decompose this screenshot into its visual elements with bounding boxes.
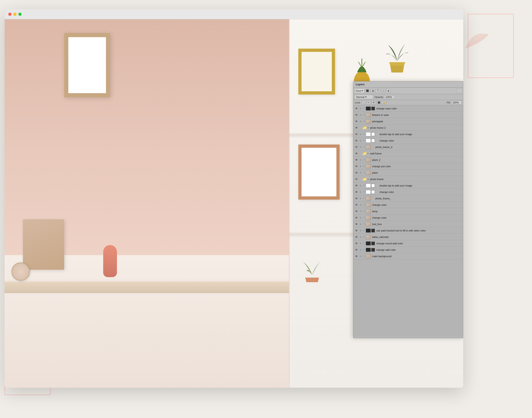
layer-row[interactable]: 👁ℹ🔗photo_frame_ <box>353 195 463 202</box>
layer-visibility-eye[interactable]: 👁 <box>354 190 358 194</box>
group-expand-icon[interactable]: ▸ <box>368 152 369 155</box>
layer-info-icon: ℹ <box>359 133 362 136</box>
filter-type-btn[interactable]: T <box>376 89 380 93</box>
layer-name-text: photo frame <box>369 178 462 181</box>
filter-pixel-btn[interactable]: ⬛ <box>365 89 370 93</box>
layer-visibility-eye[interactable]: 👁 <box>354 119 358 123</box>
layer-link-icon: 🔗 <box>362 114 365 116</box>
kind-dropdown[interactable]: Kind ▾ <box>355 89 364 93</box>
layer-thumbnail <box>366 184 371 188</box>
layer-link-icon: 🔗 <box>362 216 365 219</box>
layer-visibility-eye[interactable]: 👁 <box>354 203 358 207</box>
lock-position-btn[interactable]: ✙ <box>372 101 376 104</box>
lock-pixels-btn[interactable]: ✏ <box>367 101 371 104</box>
layer-row[interactable]: 👁ℹ🔗plant <box>353 170 463 176</box>
layer-link-icon: 🔗 <box>362 242 365 245</box>
layer-visibility-eye[interactable]: 👁 <box>354 145 358 149</box>
lock-artboard-btn[interactable]: ⬛ <box>377 101 381 104</box>
layer-color-square <box>371 229 375 232</box>
layer-info-icon: ℹ <box>359 210 362 213</box>
layer-row[interactable]: 👁📁▾photo frame 2 <box>353 125 463 131</box>
layer-row[interactable]: 👁ℹ🔗lamp <box>353 208 463 214</box>
layer-visibility-eye[interactable]: 👁 <box>354 197 358 200</box>
group-expand-icon[interactable]: ▾ <box>368 178 369 180</box>
lock-transparent-btn[interactable]: ⬚ <box>362 101 366 104</box>
layer-visibility-eye[interactable]: 👁 <box>354 216 358 220</box>
layer-visibility-eye[interactable]: 👁 <box>354 152 358 155</box>
layer-row[interactable]: 👁ℹ🔗change round wall color <box>353 240 463 247</box>
layer-visibility-eye[interactable]: 👁 <box>354 171 358 174</box>
layer-thumbnail <box>366 229 371 233</box>
layer-visibility-eye[interactable]: 👁 <box>354 139 358 142</box>
layer-visibility-eye[interactable]: 👁 <box>354 177 358 181</box>
layer-visibility-eye[interactable]: 👁 <box>354 209 358 213</box>
layer-visibility-eye[interactable]: 👁 <box>354 242 358 245</box>
layer-row[interactable]: 👁ℹ🔗flowers in vase <box>353 112 463 118</box>
opacity-input[interactable]: 100% <box>384 95 395 99</box>
layer-color-square <box>371 184 375 187</box>
layers-list: 👁ℹ🔗change vase color👁ℹ🔗flowers in vase👁ℹ… <box>353 105 463 337</box>
layer-row[interactable]: 👁ℹ🔗tabla_calendar <box>353 234 463 240</box>
layer-row[interactable]: 👁ℹ🔗change color <box>353 214 463 221</box>
layer-visibility-eye[interactable]: 👁 <box>354 107 358 110</box>
layer-visibility-eye[interactable]: 👁 <box>354 158 358 162</box>
layer-row[interactable]: 👁ℹ🔗change vase color <box>353 105 463 112</box>
layer-name-text: plant <box>371 171 462 174</box>
layer-name-text: main background <box>371 255 462 258</box>
layer-link-icon: 🔗 <box>362 210 365 213</box>
layer-row[interactable]: 👁ℹ🔗double tap to add your image <box>353 131 463 138</box>
fill-input[interactable]: 100% <box>451 101 462 104</box>
layer-visibility-eye[interactable]: 👁 <box>354 184 358 187</box>
layer-info-icon: ℹ <box>359 107 362 110</box>
lock-all-btn[interactable]: 🔒 <box>382 101 386 104</box>
layer-icons-group: 🔗 <box>362 171 365 174</box>
minimize-button[interactable] <box>13 13 17 16</box>
group-expand-icon[interactable]: ▾ <box>368 127 369 129</box>
layer-icons-group: 🔗 <box>362 204 365 206</box>
layer-row[interactable]: 👁ℹ🔗plant_2 <box>353 157 463 163</box>
layer-thumbnail <box>366 139 371 143</box>
filter-smart-btn[interactable]: ◈ <box>386 89 391 93</box>
filter-toggle-btn[interactable]: ○ <box>457 89 462 93</box>
layer-row[interactable]: 👁ℹ🔗change color <box>353 202 463 208</box>
layer-icons-group: 🔗 <box>362 248 365 251</box>
layer-link-icon: 🔗 <box>362 223 365 225</box>
notebook-object <box>23 219 64 270</box>
layer-icons-group: 🔗 <box>362 210 365 213</box>
layer-visibility-eye[interactable]: 👁 <box>354 222 358 226</box>
blend-mode-dropdown[interactable]: Normal ▾ <box>355 95 373 99</box>
layer-row[interactable]: 👁ℹ🔗change color <box>353 138 463 144</box>
layer-row[interactable]: 👁ℹ🔗double tap to add your image <box>353 182 463 189</box>
layer-visibility-eye[interactable]: 👁 <box>354 164 358 168</box>
filter-adjust-btn[interactable]: ◑ <box>370 89 375 93</box>
layer-visibility-eye[interactable]: 👁 <box>354 255 358 258</box>
layer-row[interactable]: 👁ℹ🔗pineapple <box>353 118 463 125</box>
layer-thumbnail <box>366 158 371 162</box>
layer-row[interactable]: 👁ℹ🔗main background <box>353 253 463 259</box>
layer-visibility-eye[interactable]: 👁 <box>354 235 358 239</box>
layer-visibility-eye[interactable]: 👁 <box>354 229 358 232</box>
layer-thumbnail <box>366 132 371 136</box>
layer-row[interactable]: 👁ℹ🔗change wall color <box>353 247 463 253</box>
layer-visibility-eye[interactable]: 👁 <box>354 132 358 136</box>
filter-shape-btn[interactable]: ▭ <box>381 89 385 93</box>
layer-icons-group: 🔗 <box>362 107 365 110</box>
layer-row[interactable]: 👁ℹ🔗change pot color <box>353 163 463 170</box>
layer-row[interactable]: 👁ℹ🔗photo_frame_2 <box>353 144 463 150</box>
layer-thumbnail <box>366 235 371 239</box>
svg-line-9 <box>358 62 362 68</box>
layer-row[interactable]: 👁📁▸wall frame <box>353 150 463 157</box>
close-button[interactable] <box>8 13 11 16</box>
maximize-button[interactable] <box>18 13 22 16</box>
layer-link-icon: 🔗 <box>362 146 365 149</box>
layer-thumbnail <box>366 164 371 168</box>
layer-visibility-eye[interactable]: 👁 <box>354 126 358 130</box>
layer-link-icon: 🔗 <box>362 120 365 123</box>
layer-row[interactable]: 👁ℹ🔗change color <box>353 189 463 195</box>
layer-visibility-eye[interactable]: 👁 <box>354 248 358 252</box>
layer-row[interactable]: 👁ℹ🔗use paint bucket tool to fill in with… <box>353 227 463 234</box>
layer-row[interactable]: 👁ℹ🔗tool_box <box>353 221 463 227</box>
layer-row[interactable]: 👁📁▾photo frame <box>353 176 463 182</box>
layer-icons-group: 🔗 <box>362 236 365 238</box>
layer-visibility-eye[interactable]: 👁 <box>354 113 358 117</box>
